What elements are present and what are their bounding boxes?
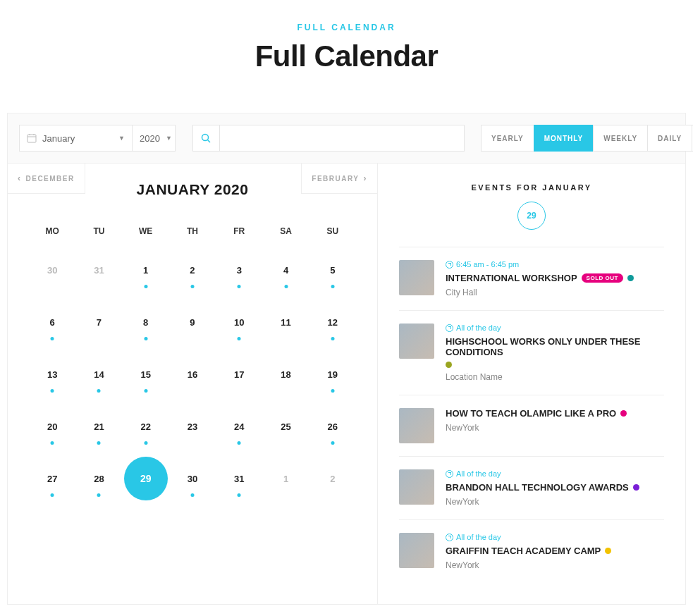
next-month-label: FEBRUARY: [312, 175, 359, 183]
month-select[interactable]: January ▼: [19, 125, 132, 152]
event-location: NewYork: [446, 423, 664, 433]
calendar-day-number: 30: [41, 259, 63, 281]
calendar-day-cell[interactable]: 12: [309, 298, 356, 350]
event-item[interactable]: All of the dayHIGHSCHOOL WORKS ONLY UNDE…: [399, 310, 664, 395]
calendar-day-cell[interactable]: 20: [29, 402, 75, 455]
calendar-day-cell[interactable]: 11: [262, 298, 309, 350]
search-group: [192, 125, 465, 152]
calendar-week-row: 303112345: [29, 246, 356, 298]
calendar-day-cell[interactable]: 1: [262, 455, 309, 507]
calendar-day-number: 31: [87, 259, 110, 281]
calendar-day-cell[interactable]: 2: [169, 246, 216, 298]
calendar-day-number: 26: [321, 415, 344, 438]
event-time: All of the day: [446, 324, 664, 332]
event-indicator-dot: [331, 441, 334, 445]
event-category-dot: [627, 275, 634, 281]
calendar-day-cell[interactable]: 29: [123, 455, 169, 507]
calendar-day-cell[interactable]: 2: [309, 455, 356, 507]
calendar-day-cell[interactable]: 8: [123, 298, 169, 350]
event-item[interactable]: 6:45 am - 6:45 pmINTERNATIONAL WORKSHOPS…: [399, 247, 664, 310]
view-monthly-button[interactable]: MONTHLY: [534, 125, 594, 152]
month-select-value: January: [42, 133, 113, 144]
calendar-icon: [27, 133, 37, 143]
calendar-day-cell[interactable]: 18: [262, 350, 309, 402]
event-category-dot: [620, 410, 627, 417]
calendar-day-cell[interactable]: 15: [123, 350, 169, 402]
weekday-label: WE: [123, 216, 169, 246]
calendar-day-cell[interactable]: 30: [169, 455, 216, 507]
event-title-text: HIGHSCHOOL WORKS ONLY UNDER THESE CONDIT…: [446, 336, 664, 357]
event-indicator-dot: [190, 285, 194, 288]
prev-month-button[interactable]: ‹ DECEMBER: [8, 164, 85, 194]
clock-icon: [446, 261, 453, 269]
calendar-day-cell[interactable]: 13: [29, 350, 75, 402]
calendar-day-cell[interactable]: 7: [75, 298, 122, 350]
calendar-day-number: 5: [321, 259, 344, 281]
event-time-text: All of the day: [456, 324, 501, 332]
year-select[interactable]: 2020 ▼: [132, 125, 176, 152]
calendar-day-number: 3: [228, 259, 250, 281]
event-indicator-dot: [51, 493, 54, 497]
calendar-day-cell[interactable]: 9: [169, 298, 216, 350]
calendar-day-cell[interactable]: 28: [75, 455, 122, 507]
calendar-day-cell[interactable]: 27: [29, 455, 75, 507]
calendar-day-cell[interactable]: 14: [75, 350, 122, 402]
calendar-week-row: 13141516171819: [29, 350, 356, 402]
event-title-text: HOW TO TEACH OLAMPIC LIKE A PRO: [446, 408, 616, 419]
calendar-day-number: 4: [275, 259, 298, 281]
calendar-day-cell[interactable]: 5: [309, 246, 356, 298]
weekday-label: MO: [29, 216, 75, 246]
calendar-day-cell[interactable]: 23: [169, 402, 216, 455]
events-selected-day: 29: [517, 202, 546, 230]
svg-rect-0: [27, 135, 36, 142]
view-daily-button[interactable]: DAILY: [647, 125, 692, 152]
calendar-week-row: 272829303112: [29, 455, 356, 507]
calendar-day-cell[interactable]: 16: [169, 350, 216, 402]
search-icon: [201, 133, 211, 144]
calendar-day-cell[interactable]: 26: [309, 402, 356, 455]
next-month-button[interactable]: FEBRUARY ›: [301, 164, 377, 194]
calendar-day-number: 2: [321, 467, 344, 490]
event-item[interactable]: HOW TO TEACH OLAMPIC LIKE A PRONewYork: [399, 395, 664, 456]
event-item[interactable]: All of the dayGRAIFFIN TEACH ACADEMY CAM…: [399, 519, 664, 583]
view-yearly-button[interactable]: YEARLY: [481, 125, 534, 152]
calendar-day-cell[interactable]: 1: [123, 246, 169, 298]
calendar-day-cell[interactable]: 31: [216, 455, 262, 507]
calendar-day-cell[interactable]: 4: [262, 246, 309, 298]
event-indicator-dot: [144, 285, 147, 288]
page-title: Full Calendar: [0, 39, 693, 73]
calendar-day-cell[interactable]: 24: [216, 402, 262, 455]
event-item[interactable]: All of the dayBRANDON HALL TECHNOLOGY AW…: [399, 456, 664, 519]
chevron-right-icon: ›: [364, 173, 368, 183]
event-location: NewYork: [446, 560, 664, 570]
search-input[interactable]: [219, 125, 465, 152]
calendar-day-number: 22: [135, 415, 157, 438]
weekday-label: FR: [216, 216, 262, 246]
calendar-day-cell[interactable]: 19: [309, 350, 356, 402]
prev-month-label: DECEMBER: [26, 175, 75, 183]
calendar-day-cell[interactable]: 6: [29, 298, 75, 350]
calendar-day-number: 1: [275, 467, 298, 490]
calendar-day-cell[interactable]: 30: [29, 246, 75, 298]
calendar-day-cell[interactable]: 31: [75, 246, 122, 298]
events-column: EVENTS FOR JANUARY 29 6:45 am - 6:45 pmI…: [378, 164, 685, 604]
event-location: City Hall: [446, 288, 664, 297]
events-heading: EVENTS FOR JANUARY: [399, 183, 664, 192]
calendar-day-number: 9: [181, 311, 204, 333]
calendar-day-cell[interactable]: 3: [216, 246, 262, 298]
calendar-day-number: 19: [321, 363, 344, 386]
search-button[interactable]: [192, 125, 219, 152]
view-weekly-button[interactable]: WEEKLY: [593, 125, 648, 152]
calendar-day-cell[interactable]: 22: [123, 402, 169, 455]
calendar-day-cell[interactable]: 17: [216, 350, 262, 402]
calendar-day-cell[interactable]: 25: [262, 402, 309, 455]
event-title: BRANDON HALL TECHNOLOGY AWARDS: [446, 482, 664, 493]
calendar-day-number: 2: [181, 259, 204, 281]
event-body: All of the dayBRANDON HALL TECHNOLOGY AW…: [446, 469, 664, 507]
calendar-day-cell[interactable]: 21: [75, 402, 122, 455]
date-select-group: January ▼ 2020 ▼: [19, 125, 176, 152]
chevron-down-icon: ▼: [118, 135, 125, 142]
event-body: HOW TO TEACH OLAMPIC LIKE A PRONewYork: [446, 408, 664, 443]
calendar-day-cell[interactable]: 10: [216, 298, 262, 350]
event-title: HOW TO TEACH OLAMPIC LIKE A PRO: [446, 408, 664, 419]
